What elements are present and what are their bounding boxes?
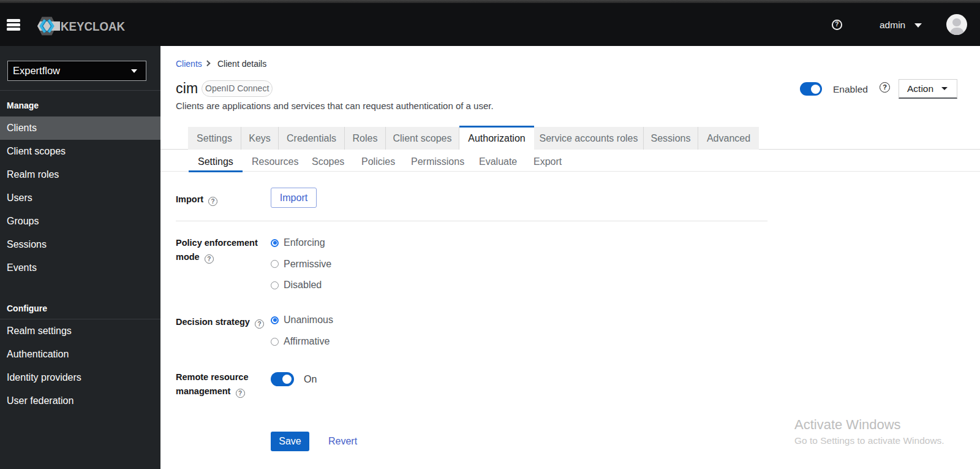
svg-text:KEYCLOAK: KEYCLOAK — [61, 20, 126, 33]
